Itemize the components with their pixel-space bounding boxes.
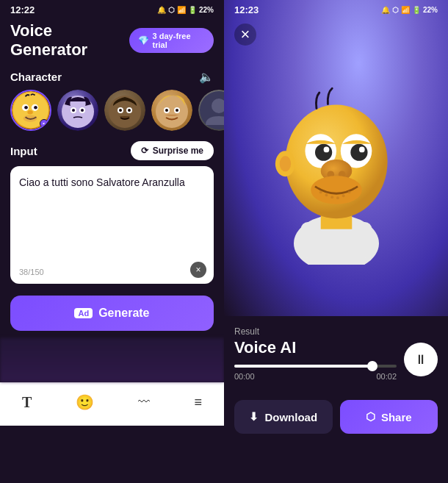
close-icon: × [241, 25, 250, 44]
nav-emoji[interactable]: 🙂 [64, 390, 106, 414]
input-section: Input ⟳ Surprise me [0, 141, 224, 166]
svg-point-6 [24, 115, 37, 122]
download-icon: ⬇ [249, 410, 259, 423]
obama-char-svg [104, 90, 145, 131]
svg-point-20 [165, 109, 168, 112]
input-label: Input [10, 145, 37, 157]
homer-full-svg [263, 51, 410, 265]
svg-point-39 [311, 176, 362, 204]
share-button[interactable]: ⬡ Share [340, 400, 438, 434]
audio-player: Voice AI 00:00 00:02 ⏸ [234, 338, 438, 381]
wednesday-char-svg [57, 90, 98, 131]
trump-avatar [151, 90, 192, 131]
surprise-btn-label: Surprise me [153, 146, 203, 156]
generate-button[interactable]: Ad Generate [10, 296, 214, 331]
voice-title: Voice AI 00:00 00:02 [234, 338, 397, 381]
trial-badge[interactable]: 💎 3 day-free trial [129, 28, 214, 53]
result-label: Result [234, 326, 438, 337]
surprise-me-button[interactable]: ⟳ Surprise me [131, 141, 214, 160]
clear-button[interactable]: × [190, 262, 206, 278]
char-count: 38/150 [19, 268, 44, 276]
header: Voice Generator 💎 3 day-free trial [0, 18, 224, 67]
bluetooth-icon: ⬡ [168, 6, 175, 14]
status-icons-left: 🔔 ⬡ 📶 🔋 22% [157, 6, 214, 14]
character-trump[interactable] [151, 90, 192, 131]
download-label: Download [264, 411, 317, 423]
trump-char-svg [151, 90, 192, 131]
svg-point-43 [336, 196, 339, 199]
progress-bar[interactable] [234, 365, 397, 368]
download-button[interactable]: ⬇ Download [234, 400, 333, 434]
svg-point-16 [128, 109, 131, 112]
progress-thumb [367, 361, 377, 371]
nav-text[interactable]: T [10, 391, 43, 414]
extra-avatar [198, 90, 224, 131]
battery-icon-r: 🔋 [412, 6, 421, 14]
obama-avatar [104, 90, 145, 131]
waveform-icon: 〰 [138, 396, 150, 409]
svg-point-35 [358, 147, 364, 153]
svg-point-21 [176, 109, 178, 112]
character-wednesday[interactable] [57, 90, 98, 131]
notification-icon: 🔔 [157, 6, 166, 14]
pause-icon: ⏸ [414, 352, 427, 368]
trial-text: 3 day-free trial [153, 32, 205, 49]
nav-audio[interactable]: 〰 [126, 393, 162, 412]
right-panel: 12:23 🔔 ⬡ 📶 🔋 22% × [224, 0, 448, 483]
text-input-container[interactable]: Ciao a tutti sono Salvatore Aranzulla 38… [10, 166, 214, 284]
battery-percent: 22% [199, 6, 214, 14]
character-obama[interactable] [104, 90, 145, 131]
progress-fill [234, 365, 372, 368]
selected-dot: ♥ [40, 119, 48, 128]
character-label: Character [10, 71, 62, 83]
svg-point-33 [350, 144, 367, 161]
svg-point-4 [34, 106, 37, 110]
close-button[interactable]: × [234, 24, 256, 46]
wednesday-avatar [57, 90, 98, 131]
app-title: Voice Generator [10, 21, 129, 60]
bottom-preview [0, 338, 224, 382]
character-homer[interactable]: ♥ [10, 90, 51, 131]
bluetooth-icon-r: ⬡ [392, 6, 399, 14]
action-buttons: ⬇ Download ⬡ Share [224, 393, 448, 446]
status-bar-right: 12:23 🔔 ⬡ 📶 🔋 22% [224, 0, 448, 18]
nav-menu[interactable]: ≡ [182, 392, 214, 413]
battery-icon: 🔋 [188, 6, 197, 14]
share-icon: ⬡ [366, 410, 375, 423]
svg-point-11 [81, 109, 84, 112]
svg-point-29 [279, 156, 290, 171]
generate-btn-label: Generate [98, 307, 149, 320]
svg-point-5 [27, 110, 32, 115]
svg-point-15 [119, 109, 122, 112]
time-right: 12:23 [234, 4, 259, 15]
status-icons-right: 🔔 ⬡ 📶 🔋 22% [381, 6, 438, 14]
text-input-content[interactable]: Ciao a tutti sono Salvatore Aranzulla [19, 175, 205, 190]
notification-icon-r: 🔔 [381, 6, 390, 14]
play-pause-button[interactable]: ⏸ [404, 343, 438, 376]
sound-icon[interactable]: 🔈 [199, 70, 214, 84]
left-panel: 12:22 🔔 ⬡ 📶 🔋 22% Voice Generator 💎 3 da… [0, 0, 224, 483]
character-extra[interactable] [198, 90, 224, 131]
time-left: 12:22 [10, 4, 35, 15]
svg-point-32 [315, 144, 332, 161]
signal-icon: 📶 [177, 6, 186, 14]
diamond-icon: 💎 [138, 35, 149, 46]
time-labels: 00:00 00:02 [234, 372, 397, 381]
characters-row: ♥ [0, 90, 224, 141]
ad-icon: Ad [74, 308, 93, 318]
svg-point-44 [342, 194, 344, 197]
result-section: Result Voice AI 00:00 00:02 ⏸ [224, 316, 448, 393]
hamburger-icon: ≡ [194, 395, 202, 410]
svg-point-42 [330, 196, 333, 198]
total-time: 00:02 [376, 372, 397, 381]
svg-point-3 [24, 106, 28, 110]
svg-point-34 [323, 147, 329, 153]
homer-image [224, 0, 448, 316]
current-time: 00:00 [234, 372, 255, 381]
svg-point-10 [72, 109, 75, 112]
result-title: Voice AI [234, 338, 397, 357]
svg-point-45 [347, 190, 350, 193]
svg-point-40 [319, 190, 322, 193]
share-label: Share [381, 411, 412, 423]
extra-char-svg [198, 90, 224, 131]
